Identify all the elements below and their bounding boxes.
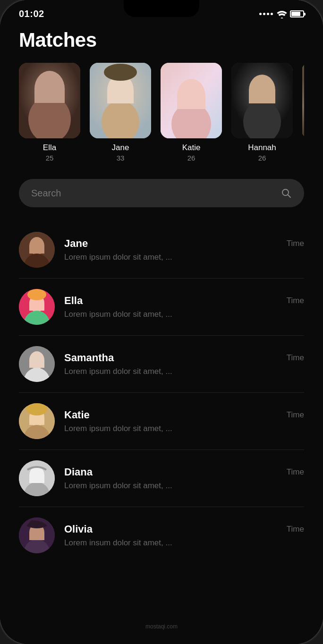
message-time-katie: Time (287, 410, 304, 420)
message-content-diana: Diana Time Lorem ipsum dolor sit amet, .… (64, 466, 304, 491)
wifi-icon (277, 11, 286, 17)
message-content-jane: Jane Time Lorem ipsum dolor sit amet, ..… (64, 237, 304, 262)
signal-dots-icon (259, 13, 273, 15)
message-header-olivia: Olivia Time (64, 523, 304, 535)
page-title: Matches (19, 29, 304, 51)
match-item-hannah[interactable]: Hannah 26 (231, 63, 293, 162)
message-preview-ella: Lorem ipsum dolor sit amet, ... (64, 310, 172, 319)
message-item-diana[interactable]: Diana Time Lorem ipsum dolor sit amet, .… (19, 450, 304, 507)
message-preview-diana: Lorem ipsum dolor sit amet, ... (64, 481, 172, 490)
message-preview-katie: Lorem ipsum dolor sit amet, ... (64, 424, 172, 433)
match-item-ella[interactable]: Ella 25 (19, 63, 80, 162)
message-content-olivia: Olivia Time Lorem insum dolor sit amet, … (64, 523, 304, 548)
message-name-olivia: Olivia (64, 523, 93, 535)
matches-row: Ella 25 (19, 63, 304, 162)
message-name-jane: Jane (64, 237, 88, 250)
match-photo-s (302, 63, 304, 138)
message-header-samantha: Samantha Time (64, 352, 304, 364)
messages-list: Jane Time Lorem ipsum dolor sit amet, ..… (19, 221, 304, 564)
match-photo-hannah (231, 63, 293, 138)
message-name-katie: Katie (64, 409, 90, 421)
svg-rect-7 (107, 90, 134, 103)
svg-rect-13 (177, 96, 205, 109)
svg-rect-23 (29, 246, 44, 254)
svg-line-19 (288, 195, 291, 198)
message-header-ella: Ella Time (64, 295, 304, 307)
message-header-jane: Jane Time (64, 237, 304, 250)
message-header-diana: Diana Time (64, 466, 304, 478)
message-time-jane: Time (287, 239, 304, 248)
message-name-diana: Diana (64, 466, 93, 478)
svg-point-8 (104, 64, 137, 81)
message-item-samantha[interactable]: Samantha Time Lorem ipsum dolor sit amet… (19, 336, 304, 393)
message-preview-jane: Lorem ipsum dolor sit amet, ... (64, 253, 172, 262)
message-content-katie: Katie Time Lorem ipsum dolor sit amet, .… (64, 409, 304, 433)
message-item-jane[interactable]: Jane Time Lorem ipsum dolor sit amet, ..… (19, 221, 304, 279)
message-header-katie: Katie Time (64, 409, 304, 421)
message-preview-samantha: Lorem ipsum dolor sit amet, ... (64, 367, 172, 376)
message-name-samantha: Samantha (64, 352, 114, 364)
match-item-jane-top[interactable]: Jane 33 (90, 63, 151, 162)
watermark: mostaqi.com (141, 619, 182, 635)
message-item-katie[interactable]: Katie Time Lorem ipsum dolor sit amet, .… (19, 393, 304, 450)
match-name-hannah: Hannah (248, 143, 276, 153)
search-input[interactable] (31, 188, 275, 199)
notch (124, 0, 199, 17)
search-icon (280, 187, 292, 199)
svg-point-28 (27, 289, 46, 300)
status-icons (259, 10, 304, 17)
message-name-ella: Ella (64, 295, 83, 307)
message-avatar-olivia (19, 517, 55, 553)
svg-rect-36 (29, 417, 44, 425)
message-content-samantha: Samantha Time Lorem ipsum dolor sit amet… (64, 352, 304, 376)
svg-rect-27 (29, 303, 44, 311)
message-time-olivia: Time (287, 525, 304, 534)
main-content: Matches (0, 24, 323, 564)
battery-icon (290, 10, 304, 17)
match-name-ella: Ella (43, 143, 56, 153)
match-age-jane: 33 (117, 154, 125, 162)
message-avatar-samantha (19, 346, 55, 382)
screen: 01:02 Matches (0, 0, 323, 644)
svg-rect-45 (29, 533, 44, 540)
message-item-ella[interactable]: Ella Time Lorem ipsum dolor sit amet, ..… (19, 279, 304, 336)
match-name-jane: Jane (112, 143, 129, 153)
match-photo-ella (19, 63, 80, 138)
message-time-diana: Time (287, 467, 304, 477)
message-time-ella: Time (287, 296, 304, 305)
message-avatar-ella (19, 289, 55, 325)
match-photo-katie: Sara Mello (161, 63, 222, 138)
match-item-s[interactable]: S (302, 63, 304, 162)
svg-rect-41 (29, 475, 44, 483)
message-item-olivia[interactable]: Olivia Time Lorem insum dolor sit amet, … (19, 507, 304, 564)
match-age-ella: 25 (46, 154, 54, 162)
svg-rect-3 (34, 89, 65, 103)
search-bar[interactable] (19, 179, 304, 207)
match-name-katie: Katie (182, 143, 201, 153)
message-avatar-diana (19, 460, 55, 496)
match-age-katie: 26 (187, 154, 196, 162)
message-content-ella: Ella Time Lorem ipsum dolor sit amet, ..… (64, 295, 304, 319)
match-age-hannah: 26 (258, 154, 266, 162)
message-time-samantha: Time (287, 353, 304, 363)
status-time: 01:02 (19, 8, 44, 19)
match-item-katie-top[interactable]: Sara Mello Katie 26 (161, 63, 222, 162)
phone-frame: 01:02 Matches (0, 0, 323, 644)
match-photo-jane (90, 63, 151, 138)
svg-rect-32 (29, 360, 44, 368)
message-avatar-jane (19, 232, 55, 268)
svg-rect-17 (249, 90, 275, 103)
message-avatar-katie (19, 403, 55, 439)
message-preview-olivia: Lorem insum dolor sit amet, ... (64, 538, 172, 547)
